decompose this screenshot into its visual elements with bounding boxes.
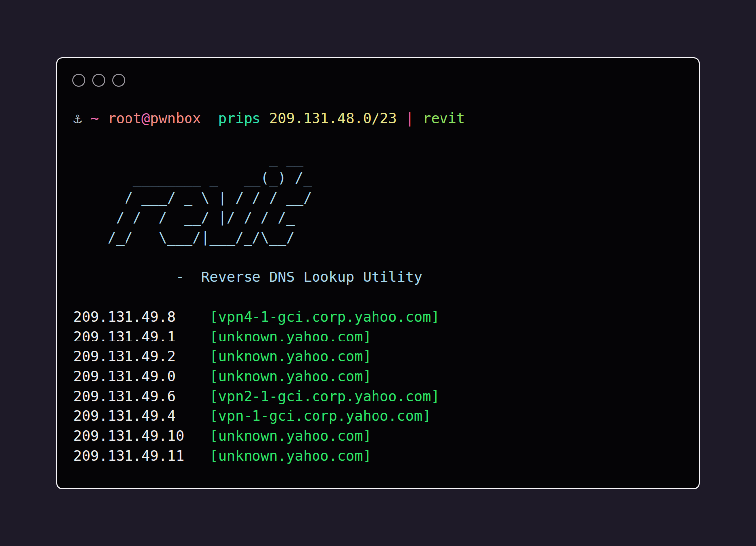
ip-address: 209.131.49.8 <box>73 307 210 327</box>
ascii-art-line: / / / __/ |/ / / /_ <box>73 208 465 228</box>
result-row: 209.131.49.0[unknown.yahoo.com] <box>73 367 465 387</box>
hostname: [vpn-1-gci.corp.yahoo.com] <box>210 408 431 424</box>
ip-address: 209.131.49.2 <box>73 347 210 367</box>
prompt-user: root <box>108 110 142 127</box>
result-row: 209.131.49.10[unknown.yahoo.com] <box>73 426 465 446</box>
hostname: [vpn4-1-gci.corp.yahoo.com] <box>210 309 440 325</box>
tagline: - Reverse DNS Lookup Utility <box>73 268 465 287</box>
result-row: 209.131.49.4[vpn-1-gci.corp.yahoo.com] <box>73 407 465 426</box>
result-row: 209.131.49.2[unknown.yahoo.com] <box>73 347 465 367</box>
ascii-art-line: /_/ \___/|___/_/\__/ <box>73 228 465 248</box>
result-row: 209.131.49.1[unknown.yahoo.com] <box>73 327 465 347</box>
prompt-at-sign: @ <box>141 110 150 127</box>
hostname: [unknown.yahoo.com] <box>210 368 372 385</box>
ascii-art-line: _ __ <box>73 148 465 168</box>
terminal-window: ⚓ ~ root@pwnbox prips 209.131.48.0/23 | … <box>56 57 700 489</box>
window-minimize-button[interactable] <box>92 74 105 87</box>
blank-line <box>73 287 465 307</box>
result-row: 209.131.49.11[unknown.yahoo.com] <box>73 446 465 466</box>
window-close-button[interactable] <box>72 74 85 87</box>
command-prips: prips <box>201 110 269 127</box>
prompt-line: ⚓ ~ root@pwnbox prips 209.131.48.0/23 | … <box>73 109 465 129</box>
result-row: 209.131.49.8[vpn4-1-gci.corp.yahoo.com] <box>73 307 465 327</box>
hostname: [vpn2-1-gci.corp.yahoo.com] <box>210 388 440 405</box>
window-controls <box>72 74 125 87</box>
ip-address: 209.131.49.1 <box>73 327 210 347</box>
command-revit: revit <box>423 110 465 127</box>
ip-address: 209.131.49.0 <box>73 367 210 387</box>
hostname: [unknown.yahoo.com] <box>210 448 372 464</box>
command-pipe: | <box>397 110 422 127</box>
anchor-icon: ⚓ <box>73 110 82 127</box>
ip-address: 209.131.49.6 <box>73 387 210 407</box>
result-row: 209.131.49.6[vpn2-1-gci.corp.yahoo.com] <box>73 387 465 407</box>
blank-line <box>73 129 465 148</box>
hostname: [unknown.yahoo.com] <box>210 428 372 444</box>
terminal-content: ⚓ ~ root@pwnbox prips 209.131.48.0/23 | … <box>73 109 465 466</box>
window-maximize-button[interactable] <box>112 74 125 87</box>
ip-address: 209.131.49.11 <box>73 446 210 466</box>
desktop-background: ⚓ ~ root@pwnbox prips 209.131.48.0/23 | … <box>0 0 756 546</box>
hostname: [unknown.yahoo.com] <box>210 348 372 365</box>
blank-line <box>73 248 465 268</box>
ascii-art-line: / ___/ _ \ | / / / __/ <box>73 188 465 208</box>
prompt-host: pwnbox <box>150 110 201 127</box>
command-arg-cidr: 209.131.48.0/23 <box>269 110 397 127</box>
ip-address: 209.131.49.4 <box>73 407 210 426</box>
prompt-tilde: ~ <box>82 110 107 127</box>
ip-address: 209.131.49.10 <box>73 426 210 446</box>
hostname: [unknown.yahoo.com] <box>210 329 372 345</box>
ascii-art-line: ________ _ __(_) /_ <box>73 168 465 188</box>
